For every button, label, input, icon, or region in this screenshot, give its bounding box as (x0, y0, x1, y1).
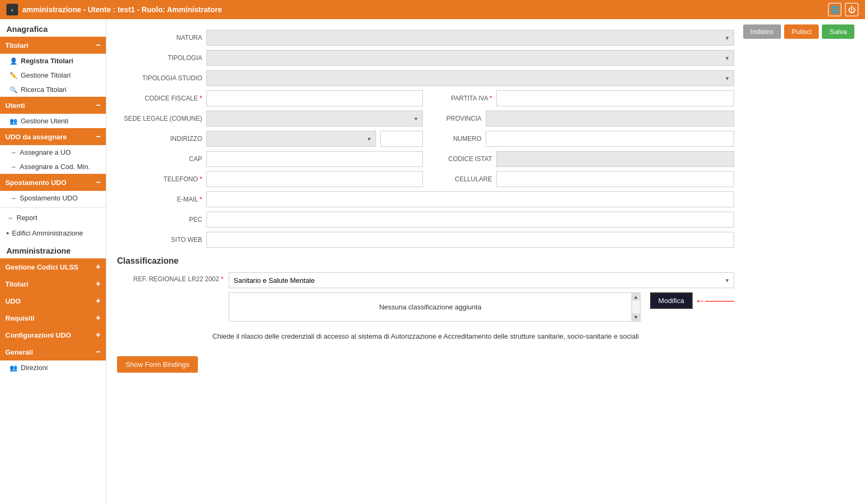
edit-icon (10, 71, 18, 79)
provincia-input[interactable] (486, 111, 734, 127)
codice-fiscale-input[interactable] (206, 90, 423, 106)
arrow-icon (10, 163, 16, 171)
partita-iva-input[interactable] (496, 90, 734, 106)
expand-icon: + (96, 262, 101, 272)
sidebar-item-report[interactable]: Report (0, 210, 106, 225)
cellulare-input[interactable] (496, 171, 734, 187)
sidebar-group-titolari-admin[interactable]: Titolari + (0, 275, 106, 292)
top-action-buttons: Indietro Pulisci Salva (743, 24, 854, 39)
provincia-label: PROVINCIA (428, 115, 481, 122)
sidebar-group-gestione-codici[interactable]: Gestione Codici ULSS + (0, 258, 106, 275)
tipologia-select[interactable] (206, 50, 734, 66)
indirizzo-select[interactable] (206, 131, 376, 147)
scroll-up-arrow[interactable]: ▲ (632, 293, 640, 301)
anagrafica-title: Anagrafica (0, 19, 106, 37)
sidebar-group-utenti[interactable]: Utenti − (0, 97, 106, 114)
sidebar-group-udo-assegnare[interactable]: UDO da assegnare − (0, 128, 106, 145)
sidebar-item-gestione-utenti[interactable]: Gestione Utenti (0, 114, 106, 128)
sidebar-item-registra-titolari[interactable]: Registra Titolari (0, 54, 106, 68)
sidebar-item-label: Gestione Titolari (21, 71, 71, 79)
amministrazione-title: Amministrazione (0, 241, 106, 258)
collapse-udo-assegnare-icon: − (96, 132, 101, 141)
telefono-label: TELEFONO (117, 175, 202, 183)
indietro-button[interactable]: Indietro (743, 24, 781, 39)
tipologia-row: TIPOLOGIA (117, 50, 734, 66)
classification-list-row: Nessuna classificazione aggiunta ▲ ▼ Mod… (229, 292, 734, 322)
sidebar-item-label: Edifici Amministrazione (12, 229, 84, 237)
modifica-button[interactable]: Modifica (650, 292, 693, 309)
sidebar-group-spostamento-udo[interactable]: Spostamento UDO − (0, 174, 106, 191)
sidebar-item-label: Assegnare a Cod. Min. (20, 163, 90, 171)
power-icon[interactable]: ⏻ (845, 3, 859, 16)
sidebar: Anagrafica Titolari − Registra Titolari … (0, 19, 106, 504)
sidebar-item-assegnare-cod-min[interactable]: Assegnare a Cod. Min. (0, 159, 106, 174)
sede-legale-group: SEDE LEGALE (COMUNE) (117, 111, 423, 127)
classification-list: Nessuna classificazione aggiunta (229, 292, 632, 322)
scroll-down-arrow[interactable]: ▼ (632, 313, 640, 321)
ref-regionale-label: REF. REGIONALE LR22 2002 (117, 272, 223, 283)
collapse-sidebar-button[interactable]: ‹ (6, 4, 18, 15)
classificazione-section: Classificazione REF. REGIONALE LR22 2002… (117, 256, 734, 340)
sidebar-item-gestione-titolari[interactable]: Gestione Titolari (0, 68, 106, 82)
sidebar-group-requisiti[interactable]: Requisiti + (0, 309, 106, 326)
arrow-icon (10, 148, 16, 156)
email-input[interactable] (206, 191, 734, 207)
telefono-input[interactable] (206, 171, 423, 187)
sidebar-item-label: Assegnare a UO (20, 148, 71, 156)
pulisci-button[interactable]: Pulisci (784, 24, 819, 39)
cap-group: CAP (117, 151, 423, 167)
classificazione-title: Classificazione (117, 256, 734, 266)
expand-icon: + (96, 296, 101, 306)
salva-button[interactable]: Salva (822, 24, 854, 39)
arrow-icon (10, 194, 16, 202)
show-form-bindings-button[interactable]: Show Form Bindings (117, 356, 198, 373)
sidebar-item-label: Direzioni (21, 364, 48, 372)
person-icon (10, 117, 18, 125)
sidebar-group-udo-admin[interactable]: UDO + (0, 292, 106, 309)
sede-legale-select[interactable] (206, 111, 423, 127)
numero-input[interactable] (486, 131, 734, 147)
sidebar-group-spostamento-label: Spostamento UDO (5, 179, 66, 187)
ref-regionale-select[interactable]: Sanitario e Salute Mentale (229, 272, 734, 288)
top-bar: ‹ amministrazione - Utente : test1 - Ruo… (0, 0, 865, 19)
codice-istat-input[interactable] (496, 151, 734, 167)
cap-input[interactable] (206, 151, 423, 167)
sito-web-input[interactable] (206, 232, 734, 248)
ref-regionale-select-wrapper: Sanitario e Salute Mentale (229, 272, 734, 288)
sidebar-item-label: Registra Titolari (21, 57, 73, 65)
classification-placeholder: Nessuna classificazione aggiunta (379, 303, 481, 311)
sede-legale-provincia-row: SEDE LEGALE (COMUNE) PROVINCIA (117, 111, 734, 127)
list-scrollbar: ▲ ▼ (632, 292, 641, 322)
content-area: Indietro Pulisci Salva NATURA TIPOLOGIA (106, 19, 865, 504)
sidebar-group-utenti-label: Utenti (5, 102, 25, 110)
sidebar-item-direzioni[interactable]: Direzioni (0, 360, 106, 375)
top-bar-left: ‹ amministrazione - Utente : test1 - Ruo… (6, 4, 222, 15)
sede-legale-label: SEDE LEGALE (COMUNE) (117, 115, 202, 122)
sidebar-group-titolari[interactable]: Titolari − (0, 37, 106, 54)
sidebar-group-generali[interactable]: Generali − (0, 343, 106, 360)
user-icon (10, 57, 18, 65)
sidebar-group-label: UDO (5, 297, 21, 305)
collapse-utenti-icon: − (96, 100, 101, 110)
tipologia-studio-select[interactable] (206, 70, 734, 86)
sidebar-item-spostamento-udo[interactable]: Spostamento UDO (0, 191, 106, 205)
sidebar-group-label: Requisiti (5, 314, 35, 322)
numero-label: NUMERO (428, 135, 481, 142)
natura-select-wrapper (206, 30, 734, 46)
globe-icon[interactable]: 🌐 (828, 3, 842, 16)
sidebar-group-configurazioni[interactable]: Configurazioni UDO + (0, 326, 106, 343)
sidebar-group-label: Titolari (5, 280, 28, 288)
ref-regionale-row: REF. REGIONALE LR22 2002 Sanitario e Sal… (117, 272, 734, 288)
indirizzo-label: INDIRIZZO (117, 135, 202, 142)
sidebar-group-label: Gestione Codici ULSS (5, 263, 78, 271)
tipologia-studio-select-wrapper (206, 70, 734, 86)
natura-select[interactable] (206, 30, 734, 46)
sidebar-item-ricerca-titolari[interactable]: Ricerca Titolari (0, 82, 106, 97)
pec-input[interactable] (206, 212, 734, 228)
codice-istat-group: CODICE ISTAT (428, 151, 734, 167)
indirizzo-text-input[interactable] (380, 131, 423, 147)
sidebar-item-edifici[interactable]: ▪ Edifici Amministrazione (0, 225, 106, 241)
cap-label: CAP (117, 155, 202, 163)
sidebar-item-assegnare-uo[interactable]: Assegnare a UO (0, 145, 106, 159)
top-bar-icons: 🌐 ⏻ (828, 3, 859, 16)
